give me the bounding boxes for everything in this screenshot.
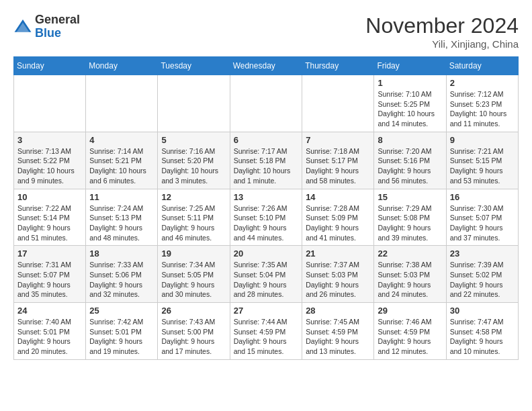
logo-icon — [13, 17, 32, 36]
calendar-cell: 26Sunrise: 7:43 AM Sunset: 5:00 PM Dayli… — [158, 303, 230, 360]
day-number: 26 — [161, 306, 226, 316]
day-number: 21 — [306, 248, 370, 259]
calendar-cell: 13Sunrise: 7:26 AM Sunset: 5:10 PM Dayli… — [230, 189, 302, 246]
calendar-cell: 25Sunrise: 7:42 AM Sunset: 5:01 PM Dayli… — [86, 303, 158, 360]
page-header: General Blue November 2024 Yili, Xinjian… — [13, 13, 519, 50]
day-info: Sunrise: 7:31 AM Sunset: 5:07 PM Dayligh… — [17, 260, 82, 300]
calendar-cell: 28Sunrise: 7:45 AM Sunset: 4:59 PM Dayli… — [302, 303, 374, 360]
weekday-header: Sunday — [14, 57, 86, 75]
day-number: 10 — [17, 192, 82, 202]
calendar-cell: 6Sunrise: 7:17 AM Sunset: 5:18 PM Daylig… — [230, 132, 302, 189]
calendar-cell: 30Sunrise: 7:47 AM Sunset: 4:58 PM Dayli… — [446, 303, 518, 360]
calendar-cell — [302, 75, 374, 132]
day-number: 5 — [161, 135, 226, 145]
day-info: Sunrise: 7:12 AM Sunset: 5:23 PM Dayligh… — [450, 89, 515, 129]
day-number: 18 — [89, 248, 154, 259]
day-info: Sunrise: 7:10 AM Sunset: 5:25 PM Dayligh… — [378, 89, 442, 129]
calendar-cell: 10Sunrise: 7:22 AM Sunset: 5:14 PM Dayli… — [14, 189, 86, 246]
day-info: Sunrise: 7:39 AM Sunset: 5:02 PM Dayligh… — [450, 260, 515, 300]
day-info: Sunrise: 7:45 AM Sunset: 4:59 PM Dayligh… — [306, 317, 370, 357]
weekday-header: Wednesday — [230, 57, 302, 75]
calendar-week-row: 3Sunrise: 7:13 AM Sunset: 5:22 PM Daylig… — [14, 132, 519, 189]
day-info: Sunrise: 7:17 AM Sunset: 5:18 PM Dayligh… — [234, 146, 298, 186]
day-info: Sunrise: 7:26 AM Sunset: 5:10 PM Dayligh… — [234, 203, 298, 243]
calendar-cell — [158, 75, 230, 132]
calendar-week-row: 24Sunrise: 7:40 AM Sunset: 5:01 PM Dayli… — [14, 303, 519, 360]
calendar-cell: 23Sunrise: 7:39 AM Sunset: 5:02 PM Dayli… — [446, 246, 518, 303]
day-info: Sunrise: 7:35 AM Sunset: 5:04 PM Dayligh… — [234, 260, 298, 300]
day-info: Sunrise: 7:29 AM Sunset: 5:08 PM Dayligh… — [378, 203, 442, 243]
calendar-week-row: 17Sunrise: 7:31 AM Sunset: 5:07 PM Dayli… — [14, 246, 519, 303]
calendar-cell: 1Sunrise: 7:10 AM Sunset: 5:25 PM Daylig… — [374, 75, 446, 132]
calendar-cell — [230, 75, 302, 132]
calendar-cell: 11Sunrise: 7:24 AM Sunset: 5:13 PM Dayli… — [86, 189, 158, 246]
day-info: Sunrise: 7:40 AM Sunset: 5:01 PM Dayligh… — [17, 317, 82, 357]
calendar-week-row: 1Sunrise: 7:10 AM Sunset: 5:25 PM Daylig… — [14, 75, 519, 132]
day-info: Sunrise: 7:21 AM Sunset: 5:15 PM Dayligh… — [450, 146, 515, 186]
calendar-cell: 4Sunrise: 7:14 AM Sunset: 5:21 PM Daylig… — [86, 132, 158, 189]
day-info: Sunrise: 7:44 AM Sunset: 4:59 PM Dayligh… — [234, 317, 298, 357]
calendar-cell: 9Sunrise: 7:21 AM Sunset: 5:15 PM Daylig… — [446, 132, 518, 189]
day-info: Sunrise: 7:14 AM Sunset: 5:21 PM Dayligh… — [89, 146, 154, 186]
day-info: Sunrise: 7:34 AM Sunset: 5:05 PM Dayligh… — [161, 260, 226, 300]
day-number: 29 — [378, 306, 442, 316]
day-info: Sunrise: 7:24 AM Sunset: 5:13 PM Dayligh… — [89, 203, 154, 243]
day-number: 1 — [378, 78, 442, 88]
day-number: 28 — [306, 306, 370, 316]
calendar-cell: 8Sunrise: 7:20 AM Sunset: 5:16 PM Daylig… — [374, 132, 446, 189]
location: Yili, Xinjiang, China — [365, 38, 519, 50]
calendar-cell: 3Sunrise: 7:13 AM Sunset: 5:22 PM Daylig… — [14, 132, 86, 189]
title-block: November 2024 Yili, Xinjiang, China — [365, 13, 519, 50]
day-number: 3 — [17, 135, 82, 145]
day-info: Sunrise: 7:33 AM Sunset: 5:06 PM Dayligh… — [89, 260, 154, 300]
day-number: 11 — [89, 192, 154, 202]
logo-blue: Blue — [35, 26, 61, 40]
day-number: 12 — [161, 192, 226, 202]
day-number: 4 — [89, 135, 154, 145]
calendar-cell: 29Sunrise: 7:46 AM Sunset: 4:59 PM Dayli… — [374, 303, 446, 360]
weekday-header-row: SundayMondayTuesdayWednesdayThursdayFrid… — [14, 57, 519, 75]
day-info: Sunrise: 7:28 AM Sunset: 5:09 PM Dayligh… — [306, 203, 370, 243]
calendar-cell: 5Sunrise: 7:16 AM Sunset: 5:20 PM Daylig… — [158, 132, 230, 189]
calendar-cell: 2Sunrise: 7:12 AM Sunset: 5:23 PM Daylig… — [446, 75, 518, 132]
day-number: 13 — [234, 192, 298, 202]
calendar-cell: 12Sunrise: 7:25 AM Sunset: 5:11 PM Dayli… — [158, 189, 230, 246]
day-info: Sunrise: 7:47 AM Sunset: 4:58 PM Dayligh… — [450, 317, 515, 357]
month-title: November 2024 — [365, 13, 519, 38]
day-info: Sunrise: 7:42 AM Sunset: 5:01 PM Dayligh… — [89, 317, 154, 357]
weekday-header: Thursday — [302, 57, 374, 75]
day-number: 17 — [17, 248, 82, 259]
calendar-cell: 18Sunrise: 7:33 AM Sunset: 5:06 PM Dayli… — [86, 246, 158, 303]
day-info: Sunrise: 7:46 AM Sunset: 4:59 PM Dayligh… — [378, 317, 442, 357]
weekday-header: Tuesday — [158, 57, 230, 75]
day-info: Sunrise: 7:20 AM Sunset: 5:16 PM Dayligh… — [378, 146, 442, 186]
day-number: 9 — [450, 135, 515, 145]
calendar-cell: 24Sunrise: 7:40 AM Sunset: 5:01 PM Dayli… — [14, 303, 86, 360]
day-number: 6 — [234, 135, 298, 145]
day-number: 24 — [17, 306, 82, 316]
day-info: Sunrise: 7:37 AM Sunset: 5:03 PM Dayligh… — [306, 260, 370, 300]
day-info: Sunrise: 7:22 AM Sunset: 5:14 PM Dayligh… — [17, 203, 82, 243]
day-number: 27 — [234, 306, 298, 316]
calendar-cell: 27Sunrise: 7:44 AM Sunset: 4:59 PM Dayli… — [230, 303, 302, 360]
day-number: 23 — [450, 248, 515, 259]
day-number: 19 — [161, 248, 226, 259]
calendar-week-row: 10Sunrise: 7:22 AM Sunset: 5:14 PM Dayli… — [14, 189, 519, 246]
day-number: 14 — [306, 192, 370, 202]
calendar-cell: 21Sunrise: 7:37 AM Sunset: 5:03 PM Dayli… — [302, 246, 374, 303]
day-number: 30 — [450, 306, 515, 316]
calendar-table: SundayMondayTuesdayWednesdayThursdayFrid… — [13, 56, 519, 360]
day-info: Sunrise: 7:18 AM Sunset: 5:17 PM Dayligh… — [306, 146, 370, 186]
weekday-header: Monday — [86, 57, 158, 75]
day-info: Sunrise: 7:30 AM Sunset: 5:07 PM Dayligh… — [450, 203, 515, 243]
day-info: Sunrise: 7:16 AM Sunset: 5:20 PM Dayligh… — [161, 146, 226, 186]
calendar-cell: 22Sunrise: 7:38 AM Sunset: 5:03 PM Dayli… — [374, 246, 446, 303]
calendar-cell: 20Sunrise: 7:35 AM Sunset: 5:04 PM Dayli… — [230, 246, 302, 303]
day-info: Sunrise: 7:13 AM Sunset: 5:22 PM Dayligh… — [17, 146, 82, 186]
day-number: 16 — [450, 192, 515, 202]
calendar-cell — [86, 75, 158, 132]
weekday-header: Saturday — [446, 57, 518, 75]
logo: General Blue — [13, 13, 80, 40]
calendar-cell: 16Sunrise: 7:30 AM Sunset: 5:07 PM Dayli… — [446, 189, 518, 246]
day-number: 2 — [450, 78, 515, 88]
